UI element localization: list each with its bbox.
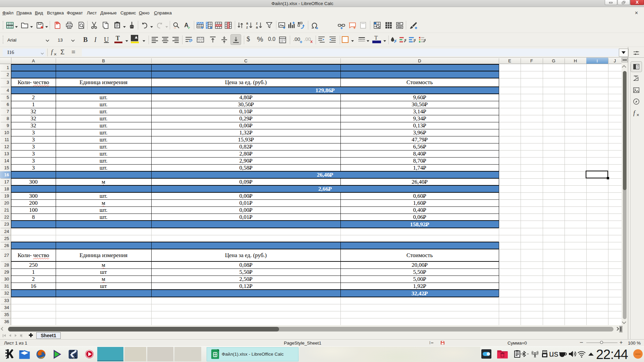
svg-text:z: z (246, 25, 248, 29)
svg-text:a: a (246, 21, 248, 25)
svg-text:z: z (256, 21, 258, 25)
svg-text:a: a (256, 25, 258, 29)
